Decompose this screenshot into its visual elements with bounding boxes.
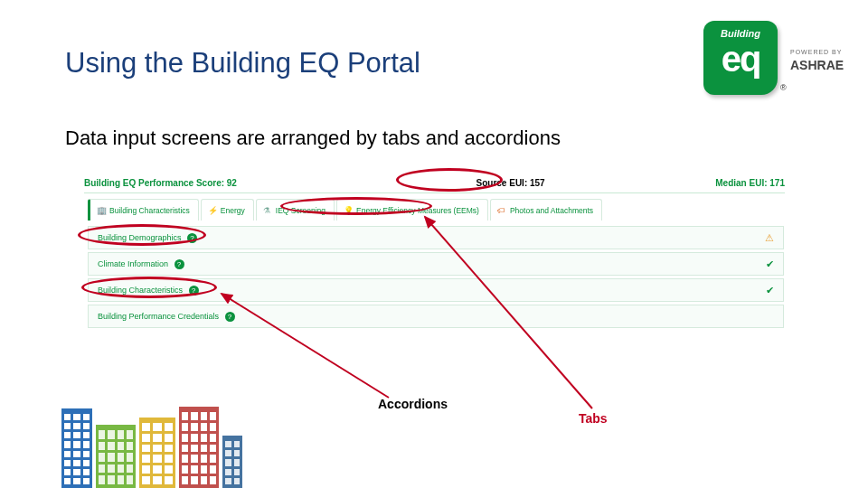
tabs-row: Building Characteristics Energy IEQ Scre… xyxy=(88,199,784,221)
tab-label: Energy Efficiency Measures (EEMs) xyxy=(356,206,479,215)
building-graphic xyxy=(96,425,136,488)
accordion-building-performance-credentials[interactable]: Building Performance Credentials ? xyxy=(88,305,784,328)
score-bar: Building EQ Performance Score: 92 Source… xyxy=(84,174,785,193)
tab-label: IEQ Screening xyxy=(276,206,326,215)
logo-badge-main-text: eq xyxy=(703,41,778,77)
accordion-list: Building Demographics ? ⚠ Climate Inform… xyxy=(88,226,784,331)
bolt-icon xyxy=(208,206,217,215)
city-illustration xyxy=(61,402,242,488)
building-icon xyxy=(97,206,106,215)
tab-label: Building Characteristics xyxy=(109,206,190,215)
lightbulb-icon xyxy=(344,206,353,215)
annotation-label-accordions: Accordions xyxy=(378,397,448,411)
score-median-eui: Median EUI: 171 xyxy=(715,178,785,188)
help-icon[interactable]: ? xyxy=(187,233,197,243)
accordion-building-demographics[interactable]: Building Demographics ? ⚠ xyxy=(88,226,784,249)
logo-badge: Building eq xyxy=(703,21,778,95)
logo-ashrae: ASHRAE xyxy=(790,58,844,72)
building-graphic xyxy=(222,436,242,488)
tab-photos-attachments[interactable]: Photos and Attachments xyxy=(490,199,602,221)
help-icon[interactable]: ? xyxy=(225,312,235,322)
slide-title: Using the Building EQ Portal xyxy=(65,47,420,80)
tab-building-characteristics[interactable]: Building Characteristics xyxy=(88,199,199,221)
building-graphic xyxy=(61,408,92,488)
accordion-label: Climate Information xyxy=(98,259,168,268)
accordion-label: Building Demographics xyxy=(98,233,182,242)
score-source-eui: Source EUI: 157 xyxy=(476,178,545,188)
help-icon[interactable]: ? xyxy=(175,259,184,269)
flask-icon xyxy=(263,206,272,215)
tab-ieq-screening[interactable]: IEQ Screening xyxy=(256,199,335,221)
accordion-climate-information[interactable]: Climate Information ? ✔ xyxy=(88,252,784,276)
annotation-label-tabs: Tabs xyxy=(579,411,608,426)
check-icon: ✔ xyxy=(766,258,774,270)
accordion-building-characteristics[interactable]: Building Characteristics ? ✔ xyxy=(88,278,784,302)
tab-label: Energy xyxy=(221,206,245,215)
score-performance: Building EQ Performance Score: 92 xyxy=(84,178,237,188)
logo-powered-by: POWERED BY xyxy=(790,49,842,55)
slide-subtitle: Data input screens are arranged by tabs … xyxy=(65,127,561,150)
warning-icon: ⚠ xyxy=(765,232,774,244)
tab-eems[interactable]: Energy Efficiency Measures (EEMs) xyxy=(336,199,488,221)
tab-label: Photos and Attachments xyxy=(510,206,593,215)
tag-icon xyxy=(497,206,506,215)
building-eq-logo: Building eq ® POWERED BY ASHRAE xyxy=(703,18,857,99)
accordion-label: Building Characteristics xyxy=(98,286,183,295)
help-icon[interactable]: ? xyxy=(189,286,199,296)
accordion-label: Building Performance Credentials xyxy=(98,312,219,321)
building-graphic xyxy=(139,418,175,488)
tab-energy[interactable]: Energy xyxy=(201,199,254,221)
registered-mark: ® xyxy=(780,83,787,92)
building-graphic xyxy=(179,407,219,488)
logo-badge-top-text: Building xyxy=(703,28,778,39)
check-icon: ✔ xyxy=(766,285,774,296)
